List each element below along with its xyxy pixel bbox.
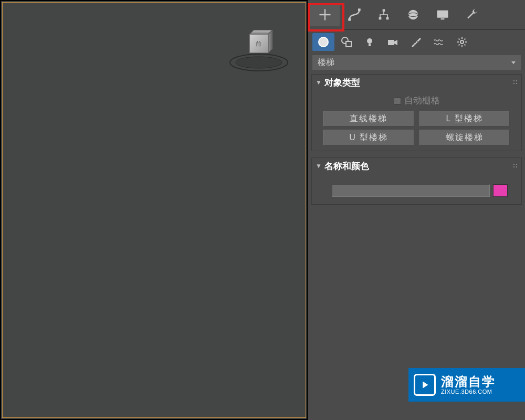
gear-icon [456,36,468,48]
shapes-button[interactable] [335,33,358,51]
geometry-button[interactable] [312,33,334,51]
watermark-subtitle: ZIXUE.3D66.COM [441,388,496,395]
command-panel-tabs [308,0,525,30]
svg-rect-3 [358,8,361,11]
svg-rect-10 [441,18,445,19]
category-dropdown[interactable]: 楼梯 [312,55,521,70]
helpers-button[interactable] [405,33,427,51]
watermark-badge: 溜溜自学 ZIXUE.3D66.COM [408,368,525,402]
hierarchy-tab[interactable] [369,3,398,26]
svg-point-14 [367,38,372,44]
object-name-input[interactable] [332,184,490,197]
watermark-logo-icon [414,374,436,396]
svg-rect-6 [386,17,389,20]
svg-point-1 [236,57,282,68]
systems-button[interactable] [451,33,473,51]
u-stair-button[interactable]: U 型楼梯 [323,130,414,145]
view-cube[interactable]: 前 [247,32,271,56]
object-type-rollout: ▼ 对象类型 自动栅格 直线楼梯 L 型楼梯 U 型楼梯 螺旋楼梯 [311,74,522,151]
utilities-tab[interactable] [457,3,487,26]
measure-icon [410,36,422,48]
hierarchy-icon [376,7,391,22]
drag-grip-icon [513,80,518,85]
display-tab[interactable] [428,3,457,26]
auto-grid-checkbox[interactable] [394,97,401,104]
name-color-rollout: ▼ 名称和颜色 [311,158,522,205]
view-cube-gizmo[interactable]: 前 [228,32,290,74]
light-icon [364,36,375,48]
lights-button[interactable] [359,33,381,51]
viewport[interactable]: 前 [0,0,308,420]
svg-rect-4 [383,9,385,12]
display-icon [435,7,450,22]
shapes-icon [341,36,352,48]
watermark-title: 溜溜自学 [441,374,496,389]
svg-rect-16 [388,40,394,45]
modify-tab[interactable] [340,3,369,26]
create-category-row [308,30,525,54]
waves-icon [433,36,445,48]
svg-rect-9 [437,10,448,18]
svg-point-11 [319,37,328,47]
svg-rect-2 [348,18,351,21]
object-type-title: 对象类型 [324,77,360,89]
svg-point-7 [408,10,418,20]
svg-point-17 [460,40,464,44]
drag-grip-icon [513,163,518,169]
circle-filled-icon [318,36,329,48]
collapse-caret-icon: ▼ [315,79,322,86]
svg-rect-13 [346,41,351,47]
wrench-icon [465,7,479,22]
name-color-header[interactable]: ▼ 名称和颜色 [312,158,521,174]
curve-icon [347,7,362,22]
motion-tab[interactable] [398,3,428,26]
cameras-button[interactable] [382,33,404,51]
create-tab[interactable] [310,3,340,26]
auto-grid-row[interactable]: 自动栅格 [323,92,510,111]
spacewarps-button[interactable] [428,33,450,51]
straight-stair-button[interactable]: 直线楼梯 [323,111,414,127]
sphere-icon [406,7,421,22]
spiral-stair-button[interactable]: 螺旋楼梯 [419,130,510,145]
svg-rect-15 [369,44,371,46]
category-dropdown-label: 楼梯 [318,57,334,68]
command-panel: 楼梯 ▼ 对象类型 自动栅格 直线楼梯 L 型楼梯 U 型楼梯 螺旋楼梯 ▼ 名… [308,0,525,420]
l-stair-button[interactable]: L 型楼梯 [419,111,510,127]
collapse-caret-icon: ▼ [315,162,322,170]
camera-icon [387,36,398,48]
object-color-swatch[interactable] [493,184,508,197]
plus-icon [318,7,332,22]
name-color-title: 名称和颜色 [324,160,369,172]
view-cube-front-label: 前 [249,34,268,53]
auto-grid-label: 自动栅格 [404,94,440,107]
svg-rect-5 [379,17,382,20]
object-type-header[interactable]: ▼ 对象类型 [312,75,521,90]
